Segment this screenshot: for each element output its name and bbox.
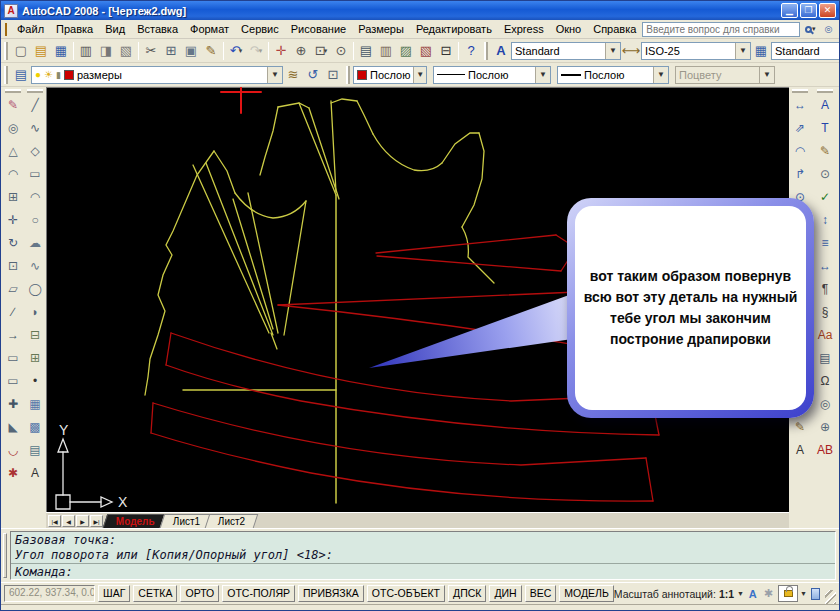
menu-window[interactable]: Окно [550,21,588,37]
table-icon[interactable]: ▤ [25,440,45,460]
clean-screen-icon[interactable] [811,588,821,600]
convert-text-icon[interactable]: ↔ [815,256,835,276]
fillet-icon[interactable]: ◡ [3,440,23,460]
status-toggle-otrack[interactable]: ОТС-ОБЪЕКТ [367,585,445,602]
chevron-down-icon[interactable]: ▾ [259,47,263,55]
menu-file[interactable]: Файл [11,21,50,37]
polyline-icon[interactable]: ∿ [25,118,45,138]
help-icon[interactable]: ? [461,41,481,61]
polygon-icon[interactable]: ◇ [25,141,45,161]
dim-style-combo[interactable]: ISO-25 ▼ [641,42,751,60]
command-window-grip[interactable] [3,533,7,578]
annotation-autoscale-icon[interactable]: ✱ [762,586,776,602]
toolbar-grip[interactable] [792,89,808,93]
chevron-down-icon[interactable]: ▼ [267,67,282,83]
lineweight-combo[interactable]: Послою ▼ [557,66,669,84]
chevron-down-icon[interactable]: ▼ [737,590,744,597]
text-case-icon[interactable]: Aa [815,325,835,345]
toolbar-grip[interactable] [4,42,8,60]
edit-text-icon[interactable]: ✎ [815,141,835,161]
command-history[interactable]: Базовая точка:Угол поворота или [Копия/О… [11,532,835,564]
dim-edit-icon[interactable]: ✎ [790,417,810,437]
coordinates-readout[interactable]: 602.22, 937.34, 0.00 [4,585,95,602]
rectangle-icon[interactable]: ▭ [25,164,45,184]
status-toggle-lwt[interactable]: ВЕС [525,585,557,602]
menu-draw[interactable]: Рисование [285,21,352,37]
open-icon[interactable]: ▤ [31,41,51,61]
break-at-point-icon[interactable]: ▭ [3,348,23,368]
layer-states-icon[interactable]: ⊡ [323,65,343,85]
toolbar-grip[interactable] [5,89,21,93]
break-icon[interactable]: ▭ [3,371,23,391]
single-line-text-icon[interactable]: T [815,118,835,138]
toolbar-lock-button[interactable] [778,585,798,602]
menu-modify[interactable]: Редактировать [410,21,498,37]
status-toggle-ortho[interactable]: ОРТО [180,585,219,602]
markup-set-manager-icon[interactable]: ▧ [416,41,436,61]
copy-icon[interactable]: ◎ [3,118,23,138]
gradient-icon[interactable]: ▩ [25,417,45,437]
table-style-combo[interactable]: Standard [771,42,839,60]
tab-model[interactable]: Модель [103,514,168,528]
paste-icon[interactable]: ▣ [181,41,201,61]
chevron-down-icon[interactable]: ▼ [535,67,550,83]
menu-format[interactable]: Формат [184,21,235,37]
spell-check-icon[interactable]: ✓ [815,187,835,207]
find-and-replace-icon[interactable]: ⊙ [815,164,835,184]
resize-grip[interactable] [825,590,836,604]
text-mask-icon[interactable]: ◎ [815,394,835,414]
chamfer-icon[interactable]: ◣ [3,417,23,437]
dim-style-icon[interactable]: A [790,440,810,460]
text-style-combo[interactable]: Standard ▼ [511,42,621,60]
layer-on-bulb-icon[interactable]: ● [35,69,41,80]
chevron-down-icon[interactable]: ▼ [413,67,426,83]
ellipse-icon[interactable]: ◯ [25,279,45,299]
explode-icon[interactable]: ✱ [3,463,23,483]
revision-cloud-icon[interactable]: ☁ [25,233,45,253]
color-combo[interactable]: Послою ▼ [353,66,427,84]
window-minimize-button[interactable]: ▁ [781,3,798,18]
dim-ordinate-icon[interactable]: ↱ [790,164,810,184]
copy-clip-icon[interactable]: ⊞ [161,41,181,61]
layer-combo[interactable]: ● ☀ ▮ размеры ▼ [31,66,283,84]
zoom-realtime-icon[interactable]: ⊕ [291,41,311,61]
insert-block-icon[interactable]: ⊟ [25,325,45,345]
toolbar-grip[interactable] [4,66,8,84]
toolbar-grip[interactable] [27,89,43,93]
status-toggle-osnap[interactable]: ПРИВЯЗКА [298,585,364,602]
trim-icon[interactable]: ∕ [3,302,23,322]
text-frame-icon[interactable]: ▤ [815,348,835,368]
plot-preview-icon[interactable]: ◨ [96,41,116,61]
mirror-icon[interactable]: △ [3,141,23,161]
menu-tools[interactable]: Сервис [235,21,285,37]
line-icon[interactable]: ╱ [25,95,45,115]
plot-icon[interactable]: ▥ [76,41,96,61]
extend-icon[interactable]: → [3,325,23,345]
layer-previous-icon[interactable]: ↺ [303,65,323,85]
zoom-previous-icon[interactable]: ⊙ [331,41,351,61]
chevron-down-icon[interactable]: ▼ [800,590,807,597]
annotation-scale-value[interactable]: 1:1 [719,588,734,600]
text-style-icon[interactable]: A [491,41,511,61]
document-icon[interactable] [5,23,7,36]
rotate-icon[interactable]: ↻ [3,233,23,253]
tab-nav-arrow-3[interactable]: ▶| [90,515,103,527]
status-toggle-model[interactable]: МОДЕЛЬ [559,585,614,602]
tab-layout2[interactable]: Лист2 [205,514,259,528]
scale-text-icon[interactable]: ↕ [815,210,835,230]
scale-icon[interactable]: ⊡ [3,256,23,276]
linetype-combo[interactable]: Послою ▼ [433,66,551,84]
dim-style-icon[interactable]: ⟷ [621,41,641,61]
status-toggle-ducs[interactable]: ДПСК [448,585,486,602]
text-align-icon[interactable]: ⊕ [815,417,835,437]
command-input[interactable]: Команда: [11,564,835,581]
match-properties-icon[interactable]: ✎ [201,41,221,61]
dim-aligned-icon[interactable]: ⇗ [790,118,810,138]
layer-properties-manager-icon[interactable]: ▤ [11,65,31,85]
hatch-icon[interactable]: ▦ [25,394,45,414]
status-toggle-snap[interactable]: ШАГ [98,585,130,602]
toolbar-grip[interactable] [346,66,350,84]
dim-linear-icon[interactable]: ↔ [790,95,810,115]
redo-icon[interactable]: ↷▾ [246,41,266,61]
title-bar[interactable]: A AutoCAD 2008 - [Чертеж2.dwg] ▁ ❐ ✕ [1,1,839,20]
